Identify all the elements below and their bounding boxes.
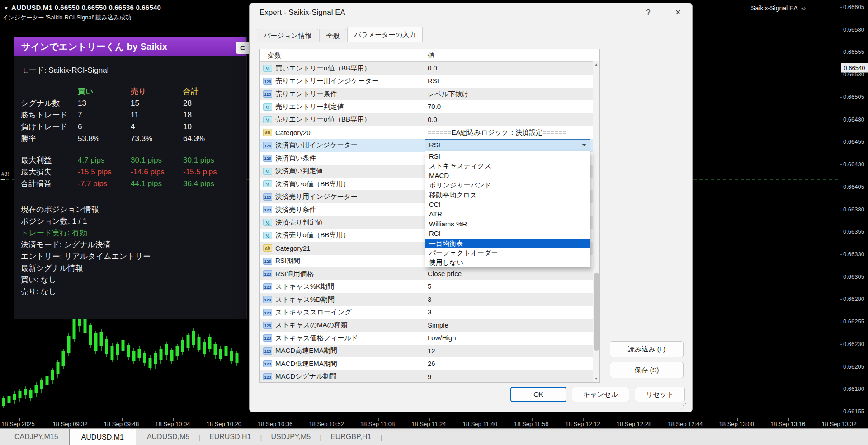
stats-value: 28 [183,98,240,109]
param-value-cell[interactable]: レベル下抜け [424,88,599,100]
symbol-ohlc-line: ▼AUDUSD,M1 0.66550 0.66550 0.66536 0.665… [4,4,161,11]
param-value-cell[interactable]: 3 [424,306,599,319]
param-row[interactable]: ½売りエントリー判定値70.0 [260,100,599,113]
dropdown-item[interactable]: MACD [425,171,590,180]
param-value-cell[interactable]: 0.0 [424,113,599,126]
param-row[interactable]: 123ストキャス%K期間5 [260,280,599,293]
axis-tick [840,322,842,322]
param-name-cell: 123ストキャスのMAの種類 [260,319,424,332]
tab-inactive[interactable]: バージョン情報 [257,29,318,42]
time-label: 18 Sep 10:04 [155,421,190,427]
dropdown-item[interactable]: ストキャスティクス [425,161,590,170]
axis-tick [840,299,842,300]
param-value-cell[interactable]: 26 [424,357,599,370]
dropdown-item[interactable]: Williams %R [425,219,590,229]
param-row[interactable]: ½売りエントリーσ値（BB専用）0.0 [260,113,599,126]
dropdown-item[interactable]: 使用しない [425,258,590,267]
param-row[interactable]: abCategory20======EA組込みロジック：決済設定====== [260,126,599,139]
param-row[interactable]: 123MACDシグナル期間9 [260,370,599,383]
price-axis[interactable]: 0.66540 0.666050.665800.665550.665300.66… [840,0,868,418]
price-label: 0.66605 [843,4,864,10]
num-type-icon: 123 [263,309,272,316]
num-type-icon: 123 [263,296,272,303]
tab-active[interactable]: パラメーターの入力 [347,27,423,42]
combobox-value: RSI [425,141,582,149]
param-row[interactable]: 123MACD低速EMA期間26 [260,357,599,370]
param-name-text: 決済売りσ値（BB専用） [275,231,350,239]
param-row[interactable]: 123売りエントリー用インジケーターRSI [260,75,599,87]
param-value-cell[interactable]: ======EA組込みロジック：決済設定====== [424,126,599,139]
param-value-cell[interactable]: 3 [424,293,599,306]
indicator-combobox[interactable]: RSI [425,139,590,150]
chart-tab-usdjpy-m5[interactable]: USDJPY,M5 [262,429,320,445]
param-value-cell[interactable]: RSI [424,75,599,87]
param-value-cell[interactable]: 9 [424,370,599,383]
param-name-cell: 123MACDシグナル期間 [260,370,424,383]
scroll-down-icon[interactable]: ▼ [593,376,599,382]
dropdown-item[interactable]: RCI [425,229,590,238]
param-value-cell[interactable]: Simple [424,319,599,332]
dropdown-item[interactable]: ボリンジャーバンド [425,180,590,190]
param-value-cell[interactable]: 5 [424,280,599,293]
param-name-text: Category20 [275,129,311,136]
param-row[interactable]: 123売りエントリー条件レベル下抜け [260,88,599,100]
stats-column-header: 売り [131,86,183,98]
chart-tab-audusd-m5[interactable]: AUDUSD,M5 [138,429,198,445]
scroll-up-icon[interactable]: ▲ [593,61,599,68]
param-row[interactable]: 123ストキャスのMAの種類Simple [260,319,599,332]
resize-grip[interactable]: ⋰ [680,402,687,410]
dropdown-item[interactable]: ATR [425,209,590,219]
scrollbar-thumb[interactable] [594,273,599,351]
chart-tab-eurusd-h1[interactable]: EURUSD,H1 [200,429,260,445]
param-value-cell[interactable]: 70.0 [424,100,599,113]
load-button[interactable]: 読み込み (L) [610,341,684,357]
param-value-cell[interactable]: Low/High [424,332,599,344]
param-row[interactable]: 123RSI適用価格Close price [260,267,599,280]
position-info-line: 現在のポジション情報 [21,204,240,215]
table-scrollbar[interactable]: ▲ ▼ [593,61,599,382]
dropdown-item[interactable]: CCI [425,200,590,209]
dropdown-item[interactable]: パーフェクトオーダー [425,248,590,258]
param-value-cell[interactable]: 12 [424,345,599,357]
time-label: 18 Sep 09:32 [52,421,87,427]
reset-button[interactable]: リセット [635,387,685,402]
symbol-dropdown-icon[interactable]: ▼ [4,5,9,11]
ok-button[interactable]: OK [510,387,566,402]
help-icon[interactable]: ? [639,7,657,19]
param-row[interactable]: 123ストキャス%D期間3 [260,293,599,306]
stats-value: 53.8% [78,133,131,145]
chart-tab-cadjpy-m15[interactable]: CADJPY,M15 [5,429,67,445]
chart-tab-eurgbp-h1[interactable]: EURGBP,H1 [321,429,380,445]
param-value-cell[interactable]: 0.0 [424,62,599,75]
chart-tab-audusd-m1[interactable]: AUDUSD,M1 [69,429,136,445]
param-row[interactable]: ½買いエントリーσ値（BB専用）0.0 [260,62,599,75]
stats-value: 30.1 pips [131,155,183,166]
param-name-cell: 123RSI適用価格 [260,267,424,280]
tab-inactive[interactable]: 全般 [319,29,346,42]
time-axis[interactable]: 18 Sep 202518 Sep 09:3218 Sep 09:4818 Se… [0,418,840,428]
price-label: 0.66380 [843,206,864,213]
save-button[interactable]: 保存 (S) [610,362,684,378]
ea-name-label: Saikix-Signal EA☺ [751,5,807,12]
stats-value: 4 [131,121,183,133]
cancel-button[interactable]: キャンセル [572,387,629,402]
time-label: 18 Sep 10:36 [258,421,292,427]
dropdown-item[interactable]: 一目均衡表 [425,239,590,248]
param-row[interactable]: 123ストキャス価格フィールドLow/High [260,332,599,344]
close-icon[interactable]: ✕ [669,7,687,19]
price-label: 0.66255 [843,318,864,325]
param-value-cell[interactable]: Close price [424,267,599,280]
param-name-text: MACD低速EMA期間 [275,360,337,368]
stats-value: 7 [78,109,131,121]
stats-value: 15 [131,98,183,109]
dec-type-icon: ½ [263,180,272,187]
stats-row-label: 最大損失 [21,166,78,178]
ea-smiley-icon[interactable]: ☺ [800,5,807,12]
dropdown-item[interactable]: RSI [425,151,590,161]
param-name-cell: 123決済売り用インジケーター [260,190,424,203]
param-row[interactable]: 123ストキャススローイング3 [260,306,599,319]
num-type-icon: 123 [263,322,272,329]
dropdown-item[interactable]: 移動平均クロス [425,190,590,200]
param-row[interactable]: 123MACD高速EMA期間12 [260,345,599,357]
dec-type-icon: ½ [263,168,272,175]
